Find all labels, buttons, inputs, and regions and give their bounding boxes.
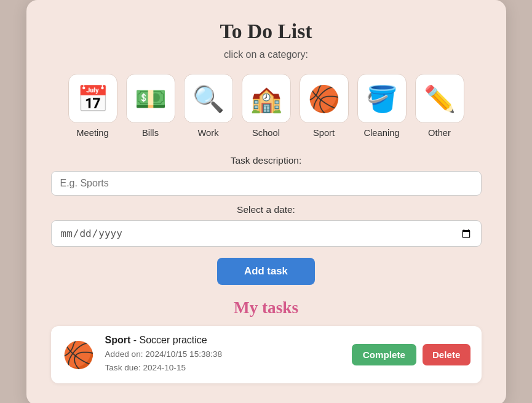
select-date-section: Select a date: bbox=[51, 204, 482, 247]
date-input[interactable] bbox=[51, 220, 482, 247]
select-date-label: Select a date: bbox=[51, 204, 482, 215]
work-icon: 🔍 bbox=[184, 74, 233, 123]
delete-button[interactable]: Delete bbox=[423, 344, 470, 365]
category-item-other[interactable]: ✏️ Other bbox=[415, 74, 464, 138]
bills-icon: 💵 bbox=[126, 74, 175, 123]
task-added-on: Added on: 2024/10/15 15:38:38 bbox=[105, 348, 342, 361]
category-item-bills[interactable]: 💵 Bills bbox=[126, 74, 175, 138]
task-info: Sport - Soccer practice Added on: 2024/1… bbox=[105, 335, 342, 375]
task-description-section: Task description: bbox=[51, 155, 482, 196]
category-label-sport: Sport bbox=[313, 128, 335, 138]
app-title: To Do List bbox=[51, 20, 482, 43]
task-description-label: Task description: bbox=[51, 155, 482, 166]
category-label-bills: Bills bbox=[142, 128, 159, 138]
category-item-school[interactable]: 🏫 School bbox=[242, 74, 291, 138]
task-card: 🏀 Sport - Soccer practice Added on: 2024… bbox=[51, 326, 482, 383]
category-label-cleaning: Cleaning bbox=[363, 128, 399, 138]
category-label-meeting: Meeting bbox=[76, 128, 108, 138]
task-name: Sport - Soccer practice bbox=[105, 335, 342, 346]
app-container: To Do List click on a category: 📅 Meetin… bbox=[26, 0, 506, 403]
add-task-button[interactable]: Add task bbox=[217, 258, 315, 285]
category-item-work[interactable]: 🔍 Work bbox=[184, 74, 233, 138]
cleaning-icon: 🪣 bbox=[357, 74, 407, 123]
meeting-icon: 📅 bbox=[68, 74, 117, 123]
task-description-input[interactable] bbox=[51, 171, 482, 196]
category-label-school: School bbox=[252, 128, 280, 138]
task-actions: Complete Delete bbox=[352, 344, 470, 365]
app-subtitle: click on a category: bbox=[51, 49, 482, 60]
complete-button[interactable]: Complete bbox=[352, 344, 416, 365]
category-label-work: Work bbox=[197, 128, 218, 138]
categories-row: 📅 Meeting 💵 Bills 🔍 Work 🏫 School 🏀 Spor… bbox=[51, 74, 482, 138]
category-item-cleaning[interactable]: 🪣 Cleaning bbox=[357, 74, 407, 138]
task-due: Task due: 2024-10-15 bbox=[105, 361, 342, 375]
category-item-sport[interactable]: 🏀 Sport bbox=[300, 74, 349, 138]
task-icon: 🏀 bbox=[62, 340, 95, 370]
school-icon: 🏫 bbox=[242, 74, 291, 123]
sport-icon: 🏀 bbox=[300, 74, 349, 123]
other-icon: ✏️ bbox=[415, 74, 464, 123]
my-tasks-title: My tasks bbox=[51, 298, 482, 317]
tasks-list: 🏀 Sport - Soccer practice Added on: 2024… bbox=[51, 326, 482, 383]
category-label-other: Other bbox=[428, 128, 451, 138]
category-item-meeting[interactable]: 📅 Meeting bbox=[68, 74, 117, 138]
